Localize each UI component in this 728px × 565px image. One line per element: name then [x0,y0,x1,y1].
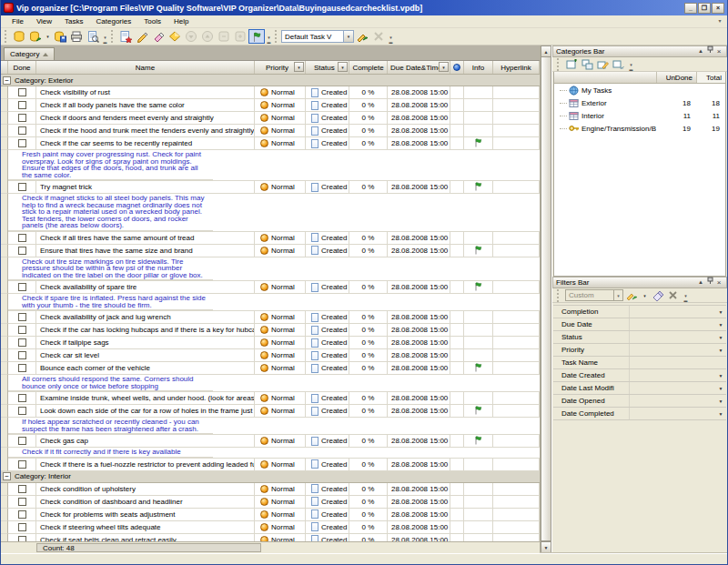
category-tree-item-engine-transmission-brakes[interactable]: Engine/Transmission/Brakes1919 [554,122,725,135]
categories-name-header[interactable] [554,72,656,83]
categories-undone-header[interactable]: UnDone [656,72,696,83]
column-header-reminder[interactable] [450,61,464,74]
task-checkbox[interactable] [18,364,26,372]
filter-value-cell[interactable]: ▼ [630,331,726,343]
close-button[interactable]: × [712,3,724,14]
circle-down-arrow-button[interactable] [183,29,199,44]
show-notes-flag-toggle[interactable] [248,29,265,44]
apply-filter-button[interactable] [625,289,639,302]
grid-vertical-scrollbar[interactable]: ▲ ▼ [540,45,551,553]
filter-value-cell[interactable]: ▼ [630,408,726,419]
column-header-info[interactable]: Info [464,61,493,74]
column-header-name[interactable]: Name [36,61,255,74]
task-checkbox[interactable] [18,126,26,135]
task-checkbox[interactable] [18,326,26,334]
delete-category-button[interactable] [612,58,625,71]
task-row[interactable]: Check condition of dashboard and headlin… [1,496,540,509]
filter-dropdown-button[interactable]: ▼ [716,409,725,419]
task-row[interactable]: Check if doors and fenders meet evenly a… [1,112,540,125]
new-task-button[interactable] [117,29,134,44]
task-checkbox[interactable] [18,460,26,469]
print-button[interactable] [68,29,85,44]
task-checkbox[interactable] [18,437,26,445]
task-checkbox[interactable] [18,510,26,519]
scroll-down-button[interactable]: ▼ [541,541,551,553]
task-row[interactable]: Examine inside trunk, wheel wells, and u… [1,392,540,405]
gray-square-button-2[interactable] [232,29,248,44]
column-header-priority[interactable]: Priority▾ [255,61,306,74]
print-preview-button[interactable] [85,29,101,44]
column-header-hyperlink[interactable]: Hyperlink [493,61,540,74]
category-group-row[interactable]: −Category: Exterior [1,75,540,86]
filter-value-cell[interactable]: ▼ [630,382,726,394]
task-row[interactable]: Check for problems with seats adjustment… [1,509,540,521]
delete-view-button[interactable] [370,29,387,44]
minimize-button[interactable]: _ [684,3,697,14]
open-database-dropdown[interactable]: ▾ [44,29,52,44]
task-row[interactable]: Check gas capNormalCreated0 %28.08.2008 … [1,435,540,448]
toolbar-overflow-button[interactable]: ▾▂ [387,30,395,44]
task-row[interactable]: Check visibility of rustNormalCreated0 %… [1,86,540,99]
new-subcategory-button[interactable] [581,58,594,71]
category-tree-item-exterior[interactable]: Exterior1818 [554,96,725,109]
task-row[interactable]: Look down each side of the car for a row… [1,405,540,418]
task-checkbox[interactable] [18,523,26,531]
circle-up-arrow-button[interactable] [199,29,216,44]
categories-pin-button[interactable] [705,45,714,57]
toolbar-overflow-button[interactable]: ▾▂ [265,30,273,44]
filters-pin-button[interactable] [705,277,714,288]
task-checkbox[interactable] [18,88,26,96]
delete-task-button[interactable] [150,29,167,44]
task-checkbox[interactable] [18,313,26,321]
filter-dropdown-button[interactable]: ▼ [716,346,725,355]
scroll-up-button[interactable]: ▲ [541,45,551,57]
toolbar-overflow-button[interactable]: ▾▂ [682,288,690,302]
task-checkbox[interactable] [18,247,26,255]
category-tree-item-my-tasks[interactable]: My Tasks [554,84,725,96]
task-checkbox[interactable] [18,338,26,347]
categories-collapse-button[interactable]: ▲ [696,46,705,56]
menu-item-tools[interactable]: Tools [137,15,167,27]
task-row[interactable]: Check if the car seems to be recently re… [1,137,540,150]
filter-dropdown-button[interactable]: ▼ [716,320,725,329]
filter-dropdown-button[interactable]: ▼ [716,371,725,380]
filter-dropdown-button[interactable]: ▼ [716,397,725,406]
task-view-combobox[interactable]: Default Task V ▾ [281,30,354,43]
collapse-group-icon[interactable]: − [3,472,11,480]
edit-category-button[interactable] [596,58,610,71]
apply-filter-dropdown[interactable]: ▾ [641,288,649,303]
task-row[interactable]: Bounce each corner of the vehicleNormalC… [1,362,540,375]
category-tree-item-interior[interactable]: Interior1111 [554,109,725,122]
task-row[interactable]: Check if the hood and trunk meet the fen… [1,125,540,137]
group-by-category-tab[interactable]: Category [4,47,55,60]
menu-item-tasks[interactable]: Tasks [58,15,89,27]
column-header-complete[interactable]: Complete [349,61,388,74]
task-checkbox[interactable] [18,407,26,415]
task-checkbox[interactable] [18,234,26,242]
filter-value-cell[interactable] [630,357,726,368]
task-checkbox[interactable] [18,283,26,291]
filters-close-button[interactable]: × [714,277,723,288]
chevron-down-icon[interactable]: ▾ [613,290,622,300]
save-view-button[interactable] [354,29,370,44]
task-row[interactable]: Check if all tires have the same amount … [1,232,540,245]
filter-value-cell[interactable]: ▼ [630,395,726,407]
task-checkbox[interactable] [18,101,26,109]
clear-filter-button[interactable] [651,289,664,302]
categories-close-button[interactable]: × [714,46,723,56]
gray-square-button-1[interactable] [216,29,232,44]
filter-value-cell[interactable]: ▼ [630,318,726,330]
filter-value-cell[interactable]: ▼ [630,369,726,381]
filter-value-cell[interactable]: ▼ [630,344,726,356]
task-row[interactable]: Check if the car has locking hubcaps and… [1,324,540,337]
toolbar-overflow-button[interactable]: ▾▂ [627,57,635,71]
task-checkbox[interactable] [18,114,26,122]
status-filter-button[interactable]: ▾ [338,62,348,72]
filter-dropdown-button[interactable]: ▼ [716,333,725,342]
edit-task-button[interactable] [134,29,150,44]
filter-preset-combobox[interactable]: Custom ▾ [565,289,623,301]
task-checkbox[interactable] [18,498,26,506]
task-checkbox[interactable] [18,351,26,359]
task-row[interactable]: Check if all body panels have the same c… [1,99,540,112]
task-checkbox[interactable] [18,485,26,493]
